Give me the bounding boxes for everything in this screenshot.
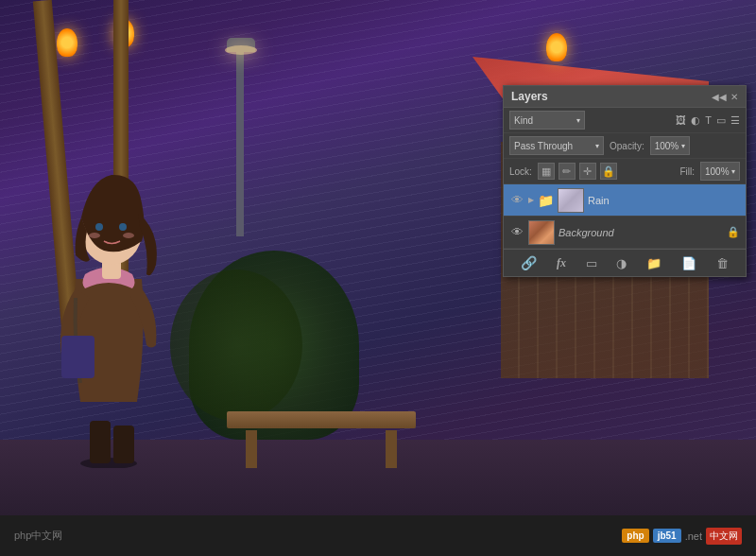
- blending-opacity-row: Pass Through ▾ Opacity: 100% ▾: [504, 133, 746, 159]
- character: [38, 109, 189, 468]
- panel-title: Layers: [511, 90, 548, 103]
- fill-input[interactable]: 100% ▾: [700, 162, 740, 181]
- bench-top: [227, 411, 416, 428]
- logo-container: php jb51 .net 中文网: [622, 528, 742, 545]
- layer-name-background: Background: [558, 227, 723, 238]
- lantern-3: [546, 33, 567, 61]
- filter-pixel-icon[interactable]: 🖼: [676, 114, 686, 126]
- svg-point-8: [123, 233, 134, 238]
- bottom-bar: php中文网 php jb51 .net 中文网: [0, 515, 756, 556]
- panel-collapse-icon[interactable]: ◀◀: [712, 92, 727, 102]
- delete-layer-button[interactable]: 🗑: [713, 254, 731, 272]
- opacity-input[interactable]: 100% ▾: [650, 136, 690, 155]
- lock-all-button[interactable]: 🔒: [600, 163, 617, 180]
- new-layer-button[interactable]: 📄: [679, 254, 699, 272]
- kind-chevron-icon: ▾: [576, 116, 580, 125]
- lock-transparency-button[interactable]: ▦: [538, 163, 555, 180]
- svg-point-6: [119, 223, 127, 231]
- street-light-glow: [225, 45, 257, 55]
- opacity-label: Opacity:: [610, 141, 644, 151]
- filter-type-icon[interactable]: T: [705, 114, 712, 126]
- lantern-1: [57, 28, 77, 57]
- panel-close-icon[interactable]: ✕: [730, 92, 738, 102]
- opacity-chevron-icon: ▾: [681, 142, 685, 150]
- layer-thumb-background: [528, 220, 555, 245]
- bench: [227, 392, 416, 468]
- lock-position-button[interactable]: ✛: [579, 163, 596, 180]
- layer-name-rain: Rain: [588, 195, 740, 206]
- lock-label: Lock:: [509, 166, 532, 177]
- lock-fill-row: Lock: ▦ ✏ ✛ 🔒 Fill: 100% ▾: [504, 159, 746, 184]
- layer-thumb-rain: [558, 188, 584, 213]
- panel-header-icons: ◀◀ ✕: [712, 92, 738, 102]
- layer-fx-button[interactable]: fx: [554, 254, 569, 272]
- layer-folder-rain: 📁: [538, 193, 554, 208]
- bench-leg-left: [246, 430, 257, 468]
- layers-panel: Layers ◀◀ ✕ Kind ▾ 🖼 ◐ T ▭ ☰ Pass Throug…: [503, 85, 747, 277]
- panel-bottom-toolbar: 🔗 fx ▭ ◑ 📁 📄 🗑: [504, 249, 746, 276]
- street-light-pole: [236, 47, 244, 236]
- lock-pixels-button[interactable]: ✏: [558, 163, 576, 180]
- filter-smart-icon[interactable]: ☰: [730, 114, 740, 127]
- fill-chevron-icon: ▾: [731, 167, 735, 176]
- svg-point-7: [89, 233, 100, 238]
- layer-expand-rain[interactable]: ▶: [528, 196, 534, 204]
- svg-rect-2: [113, 426, 134, 463]
- filter-adjust-icon[interactable]: ◐: [691, 114, 700, 127]
- fill-label: Fill:: [679, 166, 695, 177]
- panel-header: Layers ◀◀ ✕: [504, 86, 746, 108]
- cn-badge: 中文网: [706, 528, 742, 545]
- add-mask-button[interactable]: ▭: [583, 254, 600, 272]
- lock-icons-group: ▦ ✏ ✛ 🔒: [538, 163, 617, 180]
- blend-mode-dropdown[interactable]: Pass Through ▾: [509, 136, 604, 155]
- jb51-badge: jb51: [653, 529, 681, 543]
- character-svg: [38, 109, 189, 468]
- adjustment-layer-button[interactable]: ◑: [613, 254, 629, 272]
- layer-row-rain[interactable]: 👁 ▶ 📁 Rain: [504, 184, 746, 217]
- net-text: .net: [685, 530, 702, 542]
- layer-lock-background: 🔒: [727, 226, 740, 238]
- php-badge: php: [622, 529, 648, 543]
- svg-rect-9: [61, 336, 94, 378]
- layer-visibility-background[interactable]: 👁: [509, 225, 524, 239]
- svg-point-5: [95, 223, 103, 231]
- svg-rect-1: [90, 421, 111, 463]
- site-label-left: php中文网: [14, 529, 62, 543]
- kind-row: Kind ▾ 🖼 ◐ T ▭ ☰: [504, 108, 746, 133]
- blend-mode-chevron-icon: ▾: [595, 142, 599, 150]
- bench-leg-right: [386, 430, 397, 468]
- layer-row-background[interactable]: 👁 Background 🔒: [504, 217, 746, 249]
- filter-shape-icon[interactable]: ▭: [716, 114, 726, 127]
- kind-dropdown[interactable]: Kind ▾: [509, 111, 585, 130]
- kind-filter-icons: 🖼 ◐ T ▭ ☰: [676, 114, 740, 127]
- layer-visibility-rain[interactable]: 👁: [509, 193, 524, 207]
- new-group-button[interactable]: 📁: [644, 254, 664, 272]
- link-layers-button[interactable]: 🔗: [518, 253, 540, 272]
